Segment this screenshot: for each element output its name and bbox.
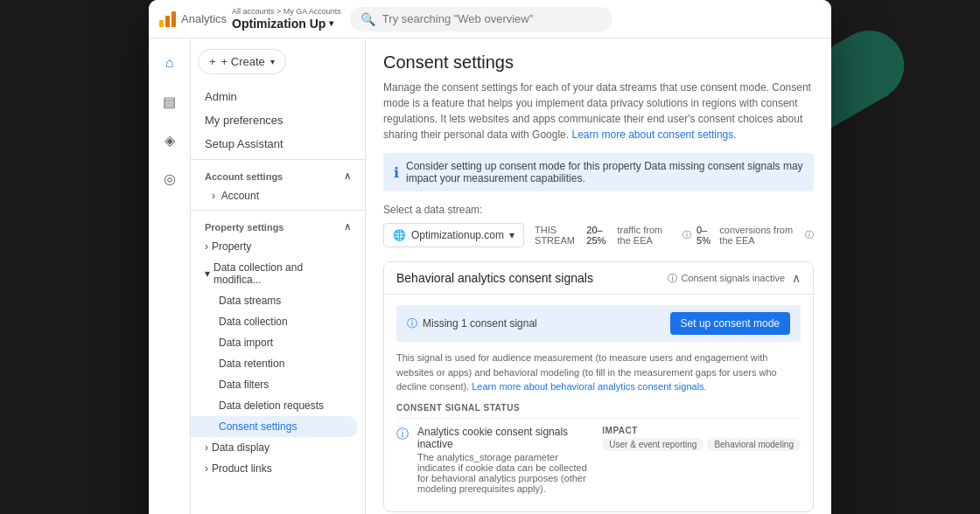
analytics-label: Analytics — [181, 12, 227, 25]
behavioral-impact-tags: User & event reporting Behavioral modeli… — [602, 438, 801, 451]
sidebar-icon-explore[interactable]: ◈ — [152, 122, 187, 157]
search-bar[interactable]: 🔍 — [350, 7, 612, 31]
product-links-expand-icon: › — [205, 462, 208, 475]
nav-divider-2 — [191, 210, 365, 211]
page-title: Consent settings — [383, 52, 814, 73]
behavioral-section-body: ⓘ Missing 1 consent signal Set up consen… — [384, 295, 813, 511]
create-plus-icon: + — [209, 55, 216, 68]
nav-account[interactable]: › Account — [191, 185, 365, 206]
account-info: All accounts > My GA Accounts Optimizati… — [232, 7, 341, 31]
behavioral-section-title: Behavioral analytics consent signals — [396, 271, 593, 285]
conversions-info-icon: ⓘ — [805, 229, 814, 241]
nav-data-collection[interactable]: Data collection — [191, 311, 365, 332]
account-expand-icon: › — [212, 190, 215, 202]
behavioral-setup-button[interactable]: Set up consent mode — [670, 312, 790, 335]
stream-dropdown-chevron-icon: ▾ — [509, 229, 514, 241]
sidebar-icons: ⌂ ▤ ◈ ◎ — [149, 38, 191, 514]
page-description: Manage the consent settings for each of … — [383, 80, 814, 142]
main-content: Consent settings Manage the consent sett… — [366, 38, 831, 514]
behavioral-signal-row-0: ⓘ Analytics cookie consent signals inact… — [396, 418, 801, 501]
create-chevron-icon: ▾ — [270, 57, 275, 66]
create-button[interactable]: + + Create ▾ — [198, 49, 286, 74]
stream-dropdown[interactable]: 🌐 Optimizationup.com ▾ — [383, 223, 524, 247]
nav-setup-assistant[interactable]: Setup Assistant — [191, 132, 365, 156]
nav-admin[interactable]: Admin — [191, 85, 365, 108]
topbar: Analytics All accounts > My GA Accounts … — [149, 0, 831, 38]
nav-data-display[interactable]: › Data display — [191, 437, 365, 458]
property-chevron-icon: ▾ — [329, 18, 333, 28]
behavioral-missing-text: ⓘ Missing 1 consent signal — [407, 316, 537, 331]
learn-more-link[interactable]: Learn more about consent settings. — [571, 128, 736, 141]
behavioral-impact-tag-1: Behavioral modeling — [707, 438, 801, 451]
behavioral-section-header: Behavioral analytics consent signals ⓘ C… — [384, 262, 813, 295]
nav-data-collection-header[interactable]: ▾ Data collection and modifica... — [191, 257, 365, 290]
traffic-info-icon: ⓘ — [682, 229, 691, 241]
stream-globe-icon: 🌐 — [393, 229, 406, 241]
left-nav: + + Create ▾ Admin My preferences Setup … — [191, 38, 366, 514]
behavioral-learn-more-link[interactable]: Learn more about behavioral analytics co… — [472, 381, 706, 392]
nav-property[interactable]: › Property — [191, 236, 365, 257]
stream-stats: THIS STREAM 20–25% traffic from the EEA … — [535, 225, 814, 246]
sidebar-icon-reports[interactable]: ▤ — [152, 84, 187, 119]
property-settings-header[interactable]: Property settings ∧ — [191, 214, 365, 236]
select-stream-label: Select a data stream: — [383, 204, 814, 216]
behavioral-signal-info: Analytics cookie consent signals inactiv… — [417, 426, 593, 494]
nav-my-preferences[interactable]: My preferences — [191, 108, 365, 132]
main-layout: ⌂ ▤ ◈ ◎ + + Create ▾ Admin My preference… — [149, 38, 831, 514]
account-settings-header[interactable]: Account settings ∧ — [191, 163, 365, 185]
info-icon: ℹ — [394, 164, 399, 181]
property-expand-icon: › — [205, 240, 208, 253]
nav-divider-1 — [191, 159, 365, 160]
behavioral-warning-icon: ⓘ — [407, 316, 417, 331]
search-input[interactable] — [382, 12, 602, 25]
sidebar-icon-advertising[interactable]: ◎ — [152, 161, 187, 196]
behavioral-description: This signal is used for audience measure… — [396, 351, 801, 394]
behavioral-signal-info-icon: ⓘ — [396, 427, 409, 442]
behavioral-status-label: CONSENT SIGNAL STATUS — [396, 403, 801, 413]
data-collection-expand-icon: ▾ — [205, 267, 210, 280]
analytics-logo — [159, 10, 176, 27]
behavioral-section: Behavioral analytics consent signals ⓘ C… — [383, 261, 814, 512]
logo-area: Analytics All accounts > My GA Accounts … — [159, 7, 341, 31]
search-icon: 🔍 — [360, 12, 375, 26]
behavioral-collapse-icon[interactable]: ∧ — [792, 271, 801, 285]
info-banner: ℹ Consider setting up consent mode for t… — [383, 153, 814, 191]
nav-data-import[interactable]: Data import — [191, 332, 365, 353]
behavioral-missing-banner: ⓘ Missing 1 consent signal Set up consen… — [396, 305, 801, 342]
nav-data-deletion-requests[interactable]: Data deletion requests — [191, 395, 365, 416]
logo-bar-yellow — [159, 20, 164, 27]
sidebar-icon-home[interactable]: ⌂ — [152, 45, 187, 80]
behavioral-status-icon: ⓘ — [668, 272, 677, 285]
data-stream-selector: 🌐 Optimizationup.com ▾ THIS STREAM 20–25… — [383, 223, 814, 247]
property-name[interactable]: Optimization Up ▾ — [232, 17, 341, 31]
nav-data-filters[interactable]: Data filters — [191, 374, 365, 395]
behavioral-status-badge: ⓘ Consent signals inactive — [668, 272, 785, 285]
browser-window: Analytics All accounts > My GA Accounts … — [149, 0, 831, 514]
behavioral-impact-tag-0: User & event reporting — [602, 438, 704, 451]
account-breadcrumb: All accounts > My GA Accounts — [232, 7, 341, 17]
nav-data-retention[interactable]: Data retention — [191, 353, 365, 374]
account-settings-chevron-icon: ∧ — [344, 170, 351, 182]
logo-bar-orange-1 — [165, 16, 170, 27]
nav-data-streams[interactable]: Data streams — [191, 290, 365, 311]
data-display-expand-icon: › — [205, 441, 208, 454]
logo-bar-orange-2 — [172, 11, 176, 27]
nav-consent-settings[interactable]: Consent settings — [191, 416, 358, 437]
nav-product-links[interactable]: › Product links — [191, 458, 365, 479]
property-settings-chevron-icon: ∧ — [344, 221, 351, 233]
behavioral-signal-impact: IMPACT User & event reporting Behavioral… — [602, 426, 801, 451]
